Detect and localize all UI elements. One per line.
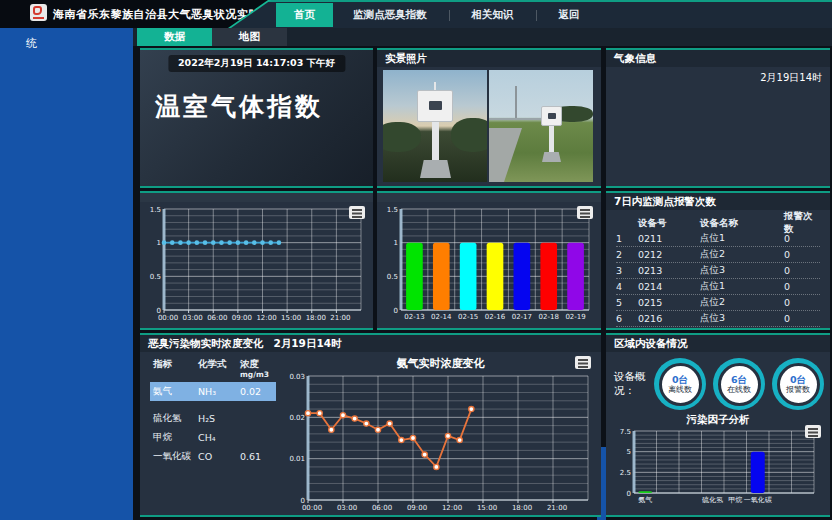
svg-text:02-17: 02-17 xyxy=(512,313,532,321)
weather-panel: 气象信息 2月19日14时 xyxy=(606,48,830,188)
monitor-device-pole xyxy=(432,122,439,164)
column-concentration: 浓度 mg/m3 xyxy=(240,358,276,378)
svg-text:02-18: 02-18 xyxy=(539,313,559,321)
monitor-device-cabinet xyxy=(541,106,562,126)
online-count-badge: 6台 在线数 xyxy=(713,358,765,410)
greenhouse-chart-panel: 00.511.500:0003:0006:0009:0012:0015:0018… xyxy=(140,191,373,330)
alarm-count: 0 xyxy=(784,233,820,244)
table-row: 4 0214 点位1 0 xyxy=(616,279,820,295)
concentration-label: 浓度 xyxy=(240,358,259,369)
svg-text:18:00: 18:00 xyxy=(512,504,532,512)
ammonia-chart-area: 氨气实时浓度变化 00.010.020.0300:0003:0006:0009:… xyxy=(280,352,601,515)
top-bar: 海南省乐东黎族自治县大气恶臭状况实时发布系 首页 监测点恶臭指数 相关知识 返回 xyxy=(0,0,832,28)
svg-text:18:00: 18:00 xyxy=(306,314,326,322)
concentration-value: 0.02 xyxy=(240,386,276,397)
device-overview-label: 设备概况： xyxy=(614,370,647,398)
svg-text:06:00: 06:00 xyxy=(207,314,227,322)
lamp-post xyxy=(515,86,517,118)
alarm-panel-title: 7日内监测点报警次数 xyxy=(614,193,716,210)
weather-panel-title: 气象信息 xyxy=(614,50,656,67)
ammonia-trend-chart[interactable]: 00.010.020.0300:0003:0006:0009:0012:0015… xyxy=(280,371,601,517)
svg-text:甲烷: 甲烷 xyxy=(728,496,742,504)
row-index: 5 xyxy=(616,297,638,308)
photos-panel-title: 实景照片 xyxy=(385,50,427,67)
main-nav: 首页 监测点恶臭指数 相关知识 返回 xyxy=(230,0,832,28)
indicator-name: 甲烷 xyxy=(150,431,198,444)
device-name: 点位3 xyxy=(700,264,784,277)
device-id: 0214 xyxy=(638,281,700,292)
pollutant-panel-timestamp: 2月19日14时 xyxy=(274,335,342,352)
greenhouse-index-chart[interactable]: 00.511.500:0003:0006:0009:0012:0015:0018… xyxy=(140,202,373,328)
pollutant-row-co[interactable]: 一氧化碳 CO 0.61 xyxy=(150,448,276,465)
alarm-count: 0台 xyxy=(790,374,806,385)
chart-menu-icon[interactable] xyxy=(805,425,821,438)
greeting-panel: 2022年2月19日 14:17:03 下午好 温室气体指数 xyxy=(140,48,373,188)
indicator-name: 一氧化碳 xyxy=(150,450,198,463)
nav-item-knowledge[interactable]: 相关知识 xyxy=(458,4,528,26)
svg-text:7.5: 7.5 xyxy=(620,428,631,436)
device-screen xyxy=(429,101,442,110)
svg-text:0.03: 0.03 xyxy=(289,373,305,381)
pollutant-row-ch4[interactable]: 甲烷 CH₄ xyxy=(150,429,276,446)
offline-count-badge: 0台 离线数 xyxy=(654,358,706,410)
svg-text:12:00: 12:00 xyxy=(256,314,276,322)
svg-text:02-19: 02-19 xyxy=(565,313,585,321)
nav-item-odor-index[interactable]: 监测点恶臭指数 xyxy=(339,4,441,26)
pollutant-row-ammonia[interactable]: 氨气 NH₃ 0.02 xyxy=(150,382,276,401)
alarm-count: 0 xyxy=(784,249,820,260)
tab-map[interactable]: 地图 xyxy=(212,28,287,46)
row-index: 2 xyxy=(616,249,638,260)
daily-index-chart[interactable]: 00.511.502-1302-1402-1502-1602-1702-1802… xyxy=(377,202,601,328)
device-overview: 设备概况： 0台 离线数 6台 在线数 0台 报警数 xyxy=(606,352,830,410)
device-name: 点位1 xyxy=(700,232,784,245)
photo-gallery xyxy=(377,67,601,185)
svg-text:06:00: 06:00 xyxy=(372,504,392,512)
svg-text:1: 1 xyxy=(157,239,161,247)
svg-text:21:00: 21:00 xyxy=(547,504,567,512)
device-screen xyxy=(548,113,556,119)
alarm-count-badge: 0台 报警数 xyxy=(772,358,824,410)
svg-text:硫化氢: 硫化氢 xyxy=(701,496,723,504)
indicator-name: 氨气 xyxy=(150,385,198,398)
app-logo-icon xyxy=(30,4,47,21)
alarm-table-header: 设备号 设备名称 报警次数 xyxy=(616,215,820,231)
svg-text:2.5: 2.5 xyxy=(620,469,631,477)
svg-text:09:00: 09:00 xyxy=(407,504,427,512)
datetime-display: 2022年2月19日 14:17:03 下午好 xyxy=(168,55,345,72)
svg-text:5: 5 xyxy=(627,448,631,456)
alarm-label: 报警数 xyxy=(786,385,810,394)
pollutant-panel: 恶臭污染物实时浓度变化 2月19日14时 指标 化学式 浓度 mg/m3 氨气 … xyxy=(140,333,601,517)
svg-text:12:00: 12:00 xyxy=(442,504,462,512)
column-device-id: 设备号 xyxy=(638,217,700,230)
table-row: 5 0215 点位2 0 xyxy=(616,295,820,311)
nav-item-back[interactable]: 返回 xyxy=(545,4,594,26)
weather-timestamp: 2月19日14时 xyxy=(760,71,822,85)
chart-menu-icon[interactable] xyxy=(575,356,591,369)
device-id: 0211 xyxy=(638,233,700,244)
svg-text:0.5: 0.5 xyxy=(150,273,161,281)
device-id: 0212 xyxy=(638,249,700,260)
svg-text:03:00: 03:00 xyxy=(337,504,357,512)
unit-label: mg/m3 xyxy=(240,371,276,378)
svg-text:15:00: 15:00 xyxy=(281,314,301,322)
nav-item-home[interactable]: 首页 xyxy=(276,3,333,27)
site-photo-2 xyxy=(489,70,593,182)
sidebar: 统 xyxy=(0,28,133,520)
offline-count: 0台 xyxy=(672,374,688,385)
alarm-count: 0 xyxy=(784,297,820,308)
logo-underline xyxy=(33,17,44,19)
pollution-factor-chart[interactable]: 02.557.5氨气硫化氢甲烷一氧化碳 xyxy=(610,427,830,509)
tab-data[interactable]: 数据 xyxy=(137,28,212,46)
device-id: 0213 xyxy=(638,265,700,276)
svg-text:0: 0 xyxy=(394,307,398,315)
chemical-formula: CH₄ xyxy=(198,432,240,443)
pollutant-row-h2s[interactable]: 硫化氢 H₂S xyxy=(150,410,276,427)
svg-text:21:00: 21:00 xyxy=(330,314,350,322)
chart-menu-icon[interactable] xyxy=(349,206,365,219)
indicator-name: 硫化氢 xyxy=(150,412,198,425)
row-index: 6 xyxy=(616,313,638,324)
svg-text:00:00: 00:00 xyxy=(158,314,178,322)
chart-menu-icon[interactable] xyxy=(577,206,593,219)
device-id: 0216 xyxy=(638,313,700,324)
online-count: 6台 xyxy=(731,374,747,385)
